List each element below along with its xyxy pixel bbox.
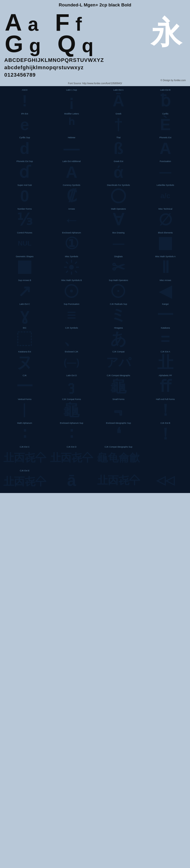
cell-label: Katakana	[143, 327, 188, 329]
cell-empty-1	[142, 444, 189, 468]
cell-glyph: Ⅱ	[161, 258, 169, 277]
cell-math-alphanum: Math Alphanum ∶	[1, 421, 48, 444]
cell-vertical-forms: Vertical Forms ︱	[1, 397, 48, 421]
digits: 0123456789	[4, 71, 186, 79]
cell-katakana-ext: Katakana Ext ヌ	[1, 349, 48, 373]
alphabet-section: ABCDEFGHIJKLMNOPQRSTUVWXYZ abcdefghijklm…	[0, 56, 190, 79]
cell-sup-math-ops: Sup Math Operators	[95, 278, 142, 302]
cell-glyph: アパ	[106, 353, 131, 372]
cell-glyph: ─	[113, 234, 124, 253]
cell-label: Phonetic Ext Sup	[2, 160, 47, 162]
cell-glyph: ←	[64, 210, 80, 229]
cell-small-forms: Small Forms ﹃	[95, 397, 142, 421]
cell-label: ASCII	[2, 89, 47, 91]
cell-label: Greek Ext	[96, 160, 141, 162]
cell-greek-ext: Greek Ext ά	[95, 159, 142, 183]
cell-label: CJK Ext A	[143, 350, 188, 353]
cell-label: CJK Ext D	[49, 446, 94, 448]
cell-number-forms: Number Forms ⅓	[1, 206, 48, 230]
cell-glyph: 一	[16, 377, 33, 396]
cell-glyph: ヌ	[16, 353, 33, 372]
cell-label: Latin Ext B	[143, 89, 188, 91]
cell-ascii: ASCII !	[1, 87, 48, 111]
cell-latin-ext-d: Latin Ext D ꝫ	[48, 373, 95, 397]
cell-label: CJK Ext C	[2, 446, 47, 448]
svg-line-8	[66, 262, 68, 264]
cell-label: CJK Compat Ideographs Sup	[96, 446, 141, 448]
cell-label: Diacriticals For Symbols	[96, 184, 141, 186]
cell-letterlike: Letterlike Symbols a/c	[142, 183, 189, 206]
cell-arrows: Arrows ←	[48, 206, 95, 230]
cell-cjk-compat-ideographs: CJK Compat Ideographs 龜	[95, 373, 142, 397]
cell-label: CJK Radicals Sup	[96, 303, 141, 305]
cell-glyph: 㐀㐁㐂㐃	[3, 448, 46, 467]
cell-label: CJK Compat Forms	[49, 398, 94, 400]
cell-glyph: NUL	[18, 234, 32, 253]
svg-line-11	[66, 271, 68, 273]
cell-glyph: 龜龟龠龡	[97, 448, 140, 467]
cell-cyrillic-sup: Cyrillic Sup d	[1, 135, 48, 159]
cell-kangxi: Kangxi 一	[142, 302, 189, 325]
font-title: Rounded-L Mgen+ 2cp black Bold	[0, 0, 190, 8]
svg-rect-16	[18, 332, 31, 345]
cell-glyph: ﹃	[110, 400, 126, 420]
cell-label: Cyrillic Sup	[2, 136, 47, 139]
cell-glyph: ミ	[110, 305, 127, 324]
cell-label: Latin Ext A	[96, 89, 141, 91]
cell-glyph: A	[160, 139, 171, 158]
cell-glyph	[111, 281, 126, 301]
cell-extra-1: ā	[48, 468, 95, 492]
cell-label: Math Operators	[96, 208, 141, 210]
cell-glyph: ά	[114, 162, 123, 182]
cell-enclosed-ideographic-sup: Enclosed Ideographic Sup ❛	[95, 421, 142, 444]
cell-cjk-ext-a: CJK Ext A 㐀	[142, 349, 189, 373]
letter-a: a	[28, 15, 38, 34]
font-source-line: Font Source: http://www.fontke.com/font/…	[0, 82, 190, 86]
cell-cjk-compat-ideographs-sup: CJK Compat Ideographs Sup 龜龟龠龡	[95, 444, 142, 468]
cell-control-pics: Control Pictures NUL	[1, 230, 48, 254]
cell-label: CJK Compat Ideographs	[96, 374, 141, 377]
cell-diacriticals: Diacriticals For Symbols	[95, 183, 142, 206]
cell-modifier: Modifier Letters ʰ	[48, 111, 95, 135]
cell-geometric: Geometric Shapes	[1, 254, 48, 278]
cell-glyph: ɗ	[19, 162, 30, 182]
cell-hiragana: Hiragana あ	[95, 325, 142, 349]
cell-glyph: d	[20, 139, 30, 158]
cell-latin-ext-b: Latin Ext B ƀ	[142, 87, 189, 111]
cell-glyph: ↗	[18, 281, 31, 301]
cell-glyph: 龜	[110, 377, 126, 396]
letter-f: f	[76, 15, 82, 34]
cell-misc-arrows: Misc Arrows ◀	[142, 278, 189, 302]
cell-label: Number Forms	[2, 208, 47, 210]
cell-label: Hiragana	[96, 327, 141, 329]
cell-label: Latin Ext C	[2, 303, 47, 305]
cell-ipa: IPA Ext e	[1, 111, 48, 135]
letter-g: g	[29, 36, 41, 55]
cell-glyph: †	[114, 115, 123, 134]
cell-glyph: (—)	[64, 353, 80, 372]
cell-glyph: ꝫ	[68, 377, 76, 396]
cell-cjk-ext-e: CJK Ext E 㐀㐁㐂㐃	[1, 468, 48, 492]
cell-glyph: ¡	[69, 91, 74, 110]
cell-extra-2: 㐀㐁㐂㐃	[95, 468, 142, 492]
cell-glyph: ◁◁	[156, 469, 174, 491]
cell-math-ops: Math Operators ∀	[95, 206, 142, 230]
cell-glyph	[159, 234, 172, 253]
cell-label: Thai	[96, 136, 141, 139]
cell-phonetic-ext-sup: Phonetic Ext Sup ɗ	[1, 159, 48, 183]
cell-glyph: ɣ	[20, 305, 30, 324]
cell-thai: Thai ß	[95, 135, 142, 159]
cell-hebrew: Hebrew —	[48, 135, 95, 159]
cell-half-full-forms: Half And Full Forms ！	[142, 397, 189, 421]
cjk-preview: 永	[147, 14, 185, 52]
cell-glyph: a/c	[160, 186, 170, 205]
cell-glyph: 一	[157, 305, 174, 324]
cell-glyph	[17, 258, 32, 277]
letter-Q: Q	[58, 32, 76, 56]
cell-glyph: 㐀㐁㐂㐃	[3, 472, 46, 491]
cell-cjk-ext-b: CJK Ext B ！	[142, 421, 189, 444]
cell-label: Super And Sub	[2, 184, 47, 186]
cell-label: Control Pictures	[2, 231, 47, 234]
cell-glyph: 、	[64, 329, 80, 348]
cell-label: Misc Math Symbols A	[143, 255, 188, 258]
